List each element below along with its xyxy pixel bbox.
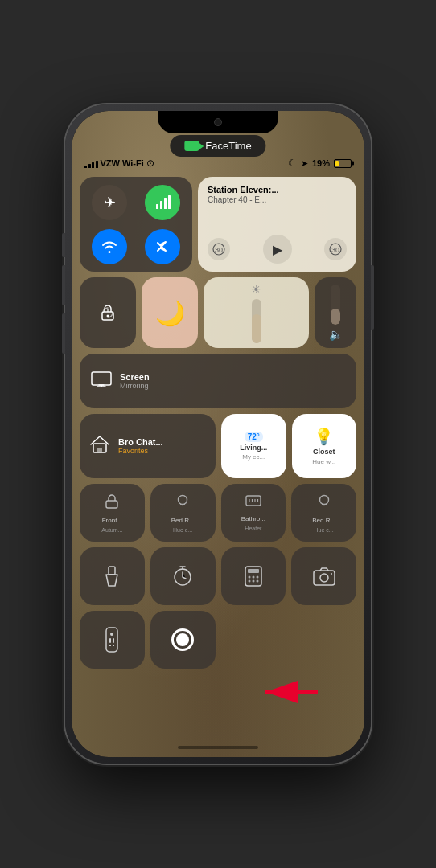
- svg-rect-37: [109, 638, 111, 643]
- svg-point-31: [256, 580, 258, 583]
- bathroom-sub: Heater: [245, 526, 261, 531]
- remote-button[interactable]: [80, 611, 145, 669]
- empty-slot-1: [221, 611, 286, 669]
- cellular-button[interactable]: [145, 185, 180, 220]
- bathroom-button[interactable]: Bathro... Heater: [221, 484, 286, 542]
- volume-down-button[interactable]: [62, 313, 65, 354]
- mirror-title: Screen: [120, 372, 150, 382]
- timer-button[interactable]: [150, 547, 216, 605]
- svg-point-30: [252, 580, 254, 583]
- living-temp: 72°: [245, 432, 263, 442]
- wifi-button[interactable]: [92, 229, 127, 264]
- bathroom-label: Bathro...: [241, 515, 265, 522]
- bed-hue1-sub: Hue c...: [173, 527, 192, 533]
- wifi-icon: ⊙: [146, 158, 154, 169]
- living-button[interactable]: 72° Living... My ec...: [221, 414, 286, 478]
- status-bar: VZW Wi-Fi ⊙ ☾ ➤ 19%: [84, 158, 352, 169]
- screen-lock-button[interactable]: [80, 277, 136, 348]
- connectivity-block: ✈: [80, 177, 192, 272]
- power-button[interactable]: [371, 265, 374, 330]
- bulb-icon-3: [318, 493, 331, 514]
- row-connectivity-media: ✈ Station Eleven:.: [80, 177, 356, 272]
- svg-rect-39: [109, 645, 111, 646]
- svg-rect-13: [106, 501, 117, 508]
- carrier-label: VZW Wi-Fi: [101, 158, 144, 168]
- battery-percentage: 19%: [312, 158, 330, 168]
- status-left: VZW Wi-Fi ⊙: [84, 158, 154, 169]
- calculator-icon: [245, 566, 262, 587]
- svg-rect-21: [109, 567, 115, 575]
- screen-record-button[interactable]: [150, 611, 216, 669]
- signal-bar-1: [84, 166, 87, 168]
- notch: [158, 111, 278, 133]
- camera-button[interactable]: [291, 547, 356, 605]
- svg-rect-12: [97, 448, 102, 452]
- brightness-bar[interactable]: [252, 299, 261, 343]
- facetime-notification[interactable]: FaceTime: [170, 135, 265, 157]
- airplane-mode-button[interactable]: ✈: [92, 185, 127, 220]
- skip-forward-button[interactable]: 30: [324, 238, 347, 260]
- home-text: Bro Chat... Favorites: [118, 437, 163, 455]
- camera-icon: [313, 567, 335, 586]
- volume-fill: [331, 309, 340, 325]
- volume-slider[interactable]: 🔈: [315, 277, 356, 348]
- screen-mirror-text: Screen Mirroring: [120, 372, 150, 390]
- svg-rect-10: [92, 372, 111, 385]
- row-utilities: [80, 547, 356, 605]
- volume-up-button[interactable]: [62, 265, 65, 305]
- calculator-button[interactable]: [221, 547, 286, 605]
- svg-point-36: [110, 633, 113, 636]
- moon-icon: ☾: [288, 158, 297, 169]
- living-title: Living...: [240, 444, 267, 452]
- screen-mirror-button[interactable]: Screen Mirroring: [80, 354, 356, 408]
- row-devices: Front... Autum... Bed R... Hue c...: [80, 484, 356, 542]
- battery-icon: [334, 159, 352, 168]
- closet-title: Closet: [313, 448, 335, 457]
- bed-hue2-button[interactable]: Bed R... Hue c...: [291, 484, 356, 542]
- home-button[interactable]: Bro Chat... Favorites: [80, 414, 216, 478]
- front-lock-button[interactable]: Front... Autum...: [80, 484, 145, 542]
- screen-content: FaceTime VZW Wi-Fi ⊙: [72, 111, 364, 757]
- svg-point-27: [252, 576, 254, 579]
- bed-hue1-button[interactable]: Bed R... Hue c...: [150, 484, 216, 542]
- location-icon: ➤: [301, 158, 308, 169]
- flashlight-button[interactable]: [80, 547, 145, 605]
- home-subtitle: Favorites: [118, 447, 163, 455]
- closet-button[interactable]: 💡 Closet Hue w...: [292, 414, 357, 478]
- svg-rect-15: [246, 496, 261, 506]
- volume-bar[interactable]: [331, 285, 340, 325]
- moon-symbol: 🌙: [155, 299, 185, 327]
- svg-rect-35: [106, 628, 117, 652]
- play-button[interactable]: ▶: [263, 235, 292, 264]
- signal-bar-3: [92, 162, 94, 168]
- timer-icon: [172, 566, 193, 587]
- living-subtitle: My ec...: [242, 453, 265, 461]
- svg-point-33: [320, 574, 328, 582]
- brightness-slider[interactable]: ☀: [204, 277, 309, 348]
- remote-icon: [104, 627, 120, 653]
- heater-icon: [245, 495, 261, 512]
- svg-rect-1: [160, 201, 162, 209]
- screen-mirror-icon: [91, 371, 112, 391]
- media-block[interactable]: Station Eleven:... Chapter 40 - E... 30 …: [198, 177, 356, 272]
- svg-rect-40: [113, 645, 114, 646]
- control-center: ✈ Station Eleven:.: [80, 177, 356, 733]
- home-indicator[interactable]: [178, 746, 258, 749]
- home-title: Bro Chat...: [118, 437, 163, 447]
- front-lock-sub: Autum...: [101, 527, 122, 533]
- phone-screen: FaceTime VZW Wi-Fi ⊙: [72, 111, 364, 757]
- do-not-disturb-button[interactable]: 🌙: [142, 277, 198, 348]
- bluetooth-button[interactable]: [145, 229, 180, 264]
- brightness-fill: [252, 314, 261, 343]
- svg-rect-2: [164, 198, 167, 209]
- speaker-icon: 🔈: [329, 328, 343, 341]
- home-icon: [89, 435, 110, 458]
- svg-point-28: [256, 576, 258, 579]
- front-lock-label: Front...: [102, 517, 122, 524]
- signal-bar-4: [96, 161, 98, 168]
- svg-rect-25: [248, 569, 259, 573]
- bulb-icon: 💡: [314, 427, 334, 446]
- mute-switch[interactable]: [62, 233, 65, 257]
- skip-back-button[interactable]: 30: [208, 238, 230, 260]
- media-title: Station Eleven:...: [208, 185, 347, 195]
